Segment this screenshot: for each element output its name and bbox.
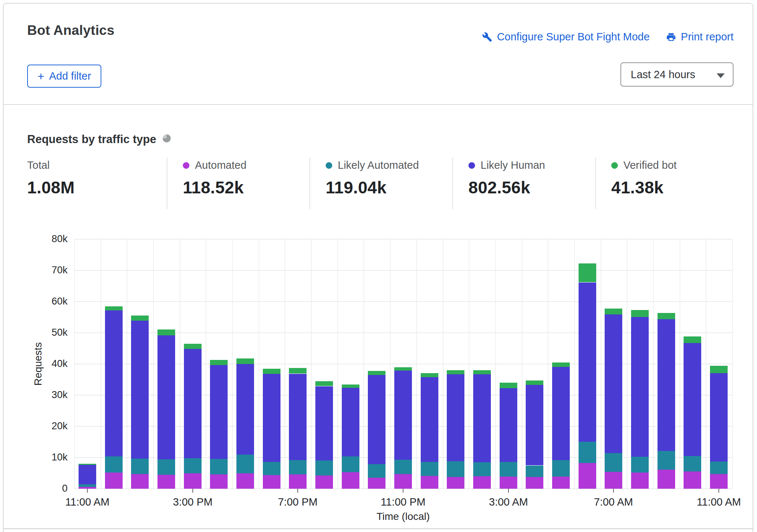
configure-super-bot-fight-mode-link[interactable]: Configure Super Bot Fight Mode — [482, 31, 650, 43]
bar-segment-likely-automated — [315, 460, 333, 475]
add-filter-label: Add filter — [49, 70, 91, 82]
bar-segment-automated — [236, 473, 254, 489]
bar-segment-automated — [342, 472, 359, 489]
y-axis-tick-label: 10k — [31, 452, 68, 463]
bar-segment-likely-automated — [157, 459, 175, 475]
print-report-link[interactable]: Print report — [666, 31, 734, 43]
stacked-bar-11-00-am — [79, 463, 96, 489]
stacked-bar-6-00-pm — [263, 369, 280, 489]
section-title: Requests by traffic type — [27, 133, 171, 146]
stacked-bar-8-00-pm — [315, 381, 333, 489]
bar-segment-automated — [447, 477, 464, 489]
bar-segment-verified-bot — [342, 385, 359, 388]
page-title: Bot Analytics — [27, 23, 115, 38]
bar-segment-likely-automated — [79, 484, 96, 487]
bar-segment-verified-bot — [447, 370, 464, 374]
stacked-bar-11-00-am — [710, 366, 728, 489]
bar-segment-likely-automated — [236, 455, 254, 473]
bar-segment-verified-bot — [500, 383, 517, 388]
bar-segment-automated — [315, 475, 333, 489]
add-filter-button[interactable]: + Add filter — [27, 65, 101, 88]
pie-chart-icon — [162, 133, 171, 146]
bar-segment-likely-human — [131, 320, 149, 459]
y-axis-tick-label: 70k — [31, 265, 68, 276]
bar-segment-verified-bot — [263, 369, 280, 374]
bar-segment-verified-bot — [658, 313, 675, 319]
bar-segment-likely-automated — [131, 459, 149, 474]
bar-segment-likely-human — [605, 314, 622, 453]
bar-segment-likely-automated — [289, 460, 307, 474]
stacked-bar-10-00-pm — [368, 371, 385, 489]
bar-segment-likely-human — [473, 374, 491, 462]
bar-segment-likely-automated — [579, 441, 596, 463]
x-axis-tick-mark — [87, 489, 88, 493]
time-range-dropdown[interactable]: Last 24 hours — [620, 62, 734, 87]
stacked-bar-1-00-pm — [131, 315, 149, 489]
bar-segment-verified-bot — [473, 370, 491, 374]
bar-segment-verified-bot — [368, 371, 385, 375]
x-axis-title: Time (local) — [74, 511, 732, 522]
stat-value: 41.38k — [611, 178, 738, 197]
stat-value: 118.52k — [183, 178, 309, 197]
bar-segment-likely-human — [394, 371, 412, 460]
stat-label: Total — [27, 159, 50, 171]
bar-segment-likely-automated — [105, 456, 123, 473]
bar-segment-likely-human — [631, 317, 649, 457]
bar-segment-likely-human — [500, 388, 517, 462]
bar-segment-likely-automated — [421, 462, 438, 476]
bar-segment-likely-human — [210, 365, 228, 459]
bar-segment-automated — [105, 473, 123, 489]
bar-segment-likely-automated — [658, 451, 675, 470]
bar-segment-automated — [184, 473, 202, 489]
bar-segment-likely-automated — [710, 462, 728, 474]
bar-segment-verified-bot — [526, 380, 543, 385]
bar-segment-verified-bot — [631, 310, 649, 317]
stat-label: Automated — [195, 159, 246, 171]
bar-segment-likely-automated — [605, 453, 622, 472]
stacked-bar-5-00-am — [552, 362, 570, 489]
bar-segment-automated — [131, 474, 149, 489]
horizontal-gridline — [74, 270, 732, 271]
bar-segment-likely-human — [263, 374, 280, 462]
bar-segment-likely-human — [421, 377, 438, 462]
bar-segment-likely-automated — [447, 461, 464, 477]
stacked-bar-3-00-am — [500, 382, 517, 489]
legend-dot — [183, 162, 189, 169]
stat-value: 1.08M — [27, 178, 167, 197]
legend-dot — [468, 162, 475, 169]
stacked-bar-12-00-pm — [105, 306, 123, 489]
requests-chart: 010k20k30k40k50k60k70k80k11:00 AM3:00 PM… — [74, 239, 732, 489]
bar-segment-automated — [263, 475, 280, 489]
bar-segment-likely-human — [526, 385, 543, 465]
bar-segment-verified-bot — [79, 464, 96, 465]
bar-segment-likely-automated — [184, 458, 202, 473]
bar-segment-likely-human — [315, 386, 333, 460]
stat-verified-bot: Verified bot41.38k — [595, 158, 738, 209]
stat-likely-automated: Likely Automated119.04k — [309, 158, 452, 209]
x-axis-tick-label: 11:00 PM — [370, 496, 436, 508]
header-divider — [4, 104, 753, 105]
x-axis-tick-mark — [613, 489, 614, 493]
stacked-bar-10-00-am — [684, 336, 701, 489]
y-axis-title: Requests — [32, 327, 44, 401]
header-links: Configure Super Bot Fight Mode Print rep… — [482, 31, 734, 43]
bar-segment-automated — [579, 463, 596, 489]
bar-segment-likely-human — [684, 343, 701, 456]
bar-segment-verified-bot — [105, 306, 123, 310]
bar-segment-likely-automated — [394, 460, 412, 474]
bar-segment-automated — [605, 472, 622, 489]
bar-segment-likely-human — [710, 373, 728, 462]
bar-segment-likely-human — [368, 375, 385, 464]
x-axis-tick-label: 7:00 AM — [580, 496, 646, 508]
bar-segment-verified-bot — [184, 344, 202, 349]
bar-segment-verified-bot — [684, 336, 701, 343]
stat-value: 119.04k — [326, 178, 452, 197]
stacked-bar-4-00-am — [526, 380, 543, 489]
stat-likely-human: Likely Human802.56k — [452, 158, 595, 209]
bar-segment-likely-human — [447, 374, 464, 461]
bar-segment-likely-automated — [631, 457, 649, 473]
chevron-down-icon — [717, 73, 725, 78]
stacked-bar-8-00-am — [631, 310, 649, 489]
bar-segment-verified-bot — [710, 366, 728, 373]
bar-segment-verified-bot — [552, 362, 570, 367]
